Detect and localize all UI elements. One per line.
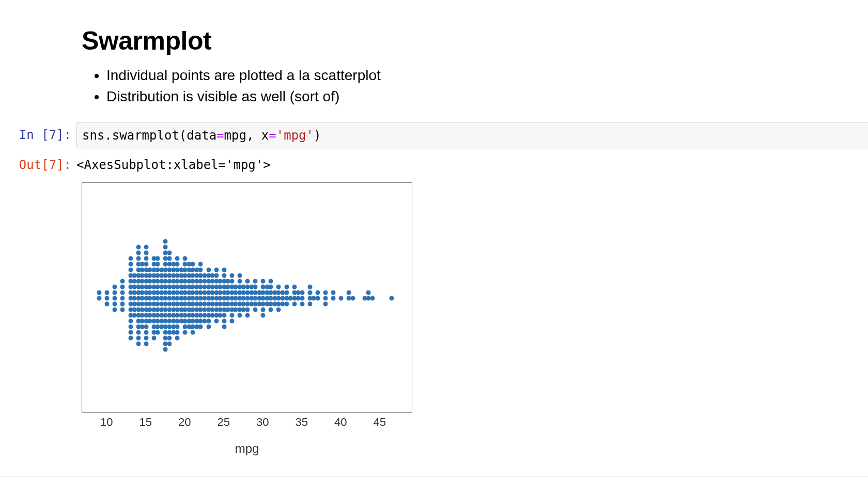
swarm-point [113,301,117,306]
swarm-point [261,279,266,283]
code-token: . [104,128,112,143]
swarm-point [315,290,320,295]
cell-divider [0,477,868,477]
code-token: ) [314,128,321,143]
swarm-point [315,296,320,300]
swarm-point [300,301,304,306]
swarm-point [269,307,273,312]
swarm-point [261,307,266,312]
swarm-point [144,330,148,334]
swarm-point [253,279,258,283]
bullet-item: Individual points are plotted a la scatt… [106,65,868,86]
swarm-point [128,330,133,334]
swarm-point [128,318,133,323]
swarm-point [163,244,168,249]
swarm-point [156,262,160,266]
swarm-point [175,256,180,261]
swarm-point [136,330,141,334]
swarm-point [284,301,289,306]
swarm-point [105,301,110,306]
swarm-point [206,324,211,329]
swarm-point [163,239,168,243]
swarm-point [261,313,266,317]
swarm-point [390,296,394,300]
code-token: 'mpg' [276,128,314,143]
swarm-point [276,284,281,289]
swarm-point [120,279,125,283]
swarm-point [113,307,117,312]
swarm-point [128,324,133,329]
swarm-point [253,284,258,289]
swarm-point [120,307,125,312]
swarm-point [323,301,328,306]
swarm-point [237,273,242,278]
swarm-point [206,267,211,272]
swarm-point [245,313,250,317]
x-tick-label: 20 [178,416,191,429]
swarm-point [198,324,203,329]
swarm-point [167,341,172,346]
code-cell-input-row: In [7]: sns.swarmplot(data=mpg, x='mpg') [0,123,868,148]
swarm-point [331,296,336,300]
swarm-point [136,250,141,255]
swarm-points-layer [91,192,402,403]
code-cell-output-row: Out[7]: <AxesSubplot:xlabel='mpg'> [0,152,868,177]
swarm-point [339,296,344,300]
swarm-point [229,313,234,317]
swarm-point [198,262,203,266]
swarm-point [237,279,242,283]
code-token: x [261,128,269,143]
swarm-point [128,335,133,340]
x-axis-label: mpg [82,441,412,456]
swarm-point [144,341,148,346]
swarm-point [269,279,273,283]
swarm-point [128,262,133,266]
swarm-point [366,290,371,295]
swarm-point [284,284,289,289]
swarm-point [144,244,148,249]
swarm-point [253,307,258,312]
swarm-point [198,267,203,272]
x-tick-label: 25 [217,416,229,429]
swarm-point [120,296,125,300]
swarm-point [175,330,180,334]
swarm-point [167,250,172,255]
swarm-point [105,290,110,295]
swarm-point [136,335,141,340]
code-token: mpg [224,128,246,143]
swarm-point [105,296,110,300]
swarm-point [97,296,102,300]
swarm-point [120,284,125,289]
code-input[interactable]: sns.swarmplot(data=mpg, x='mpg') [76,123,868,148]
swarm-point [167,256,172,261]
swarm-point [222,267,226,272]
swarm-point [222,313,226,317]
code-token: = [269,128,276,143]
swarm-point [214,267,219,272]
x-tick-label: 40 [334,416,347,429]
swarm-point [191,330,195,334]
swarm-point [292,284,297,289]
swarm-point [113,296,117,300]
swarm-point [144,250,148,255]
swarm-point [128,267,133,272]
swarm-point [245,307,250,312]
swarm-point [128,256,133,261]
swarm-point [136,244,141,249]
text-output: <AxesSubplot:xlabel='mpg'> [76,152,868,177]
bullet-list: Individual points are plotted a la scatt… [82,65,868,107]
swarm-point [120,301,125,306]
swarm-point [206,318,211,323]
swarm-point [276,307,281,312]
swarm-point [151,335,156,340]
swarm-point [175,262,180,266]
x-tick-label: 15 [139,416,151,429]
swarm-point [175,324,180,329]
swarm-point [120,290,125,295]
swarm-point [229,318,234,323]
swarm-point [156,256,160,261]
swarm-point [350,296,355,300]
swarm-point [347,290,351,295]
swarm-point [183,256,188,261]
swarm-point [214,318,219,323]
